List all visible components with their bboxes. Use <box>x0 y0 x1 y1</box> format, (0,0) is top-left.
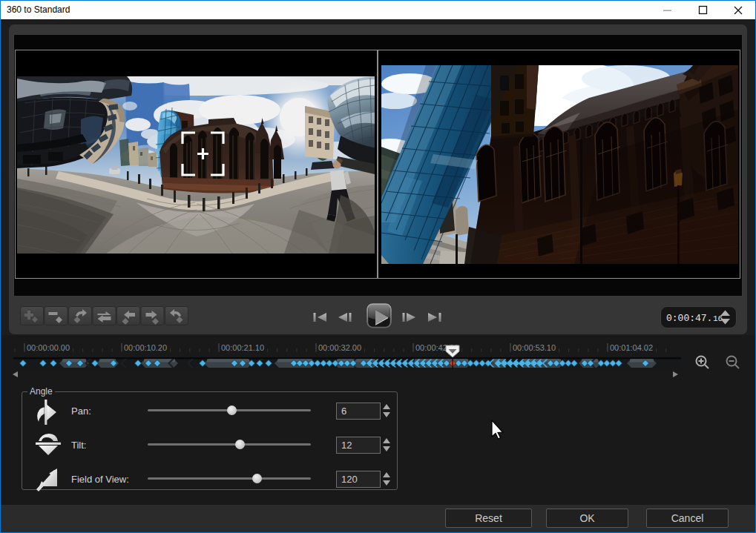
svg-text:00:00:21.10: 00:00:21.10 <box>221 343 264 352</box>
svg-text:00:01:04.02: 00:01:04.02 <box>610 343 653 352</box>
svg-text:00:00:53.10: 00:00:53.10 <box>513 343 556 352</box>
svg-text:00:00:10.20: 00:00:10.20 <box>124 343 167 352</box>
svg-text:00:00:00.00: 00:00:00.00 <box>27 343 70 352</box>
svg-text:00:00:32.00: 00:00:32.00 <box>318 343 361 352</box>
svg-text:0:00:47.: 0:00:47. <box>666 313 712 324</box>
